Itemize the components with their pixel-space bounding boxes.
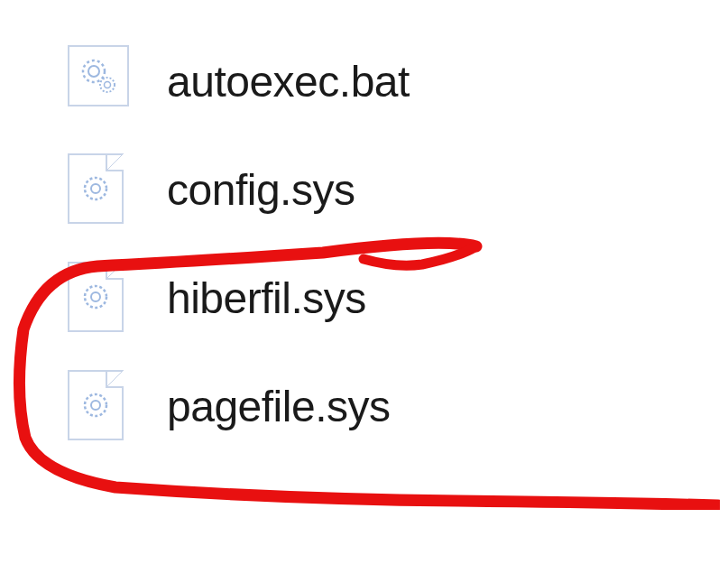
system-file-icon bbox=[68, 370, 131, 442]
svg-point-2 bbox=[100, 78, 115, 92]
svg-point-7 bbox=[91, 292, 100, 301]
svg-point-4 bbox=[85, 178, 106, 199]
file-name-label: config.sys bbox=[167, 165, 355, 215]
svg-point-5 bbox=[91, 184, 100, 193]
file-item[interactable]: autoexec.bat bbox=[68, 27, 728, 135]
svg-point-1 bbox=[88, 66, 99, 77]
file-item[interactable]: hiberfil.sys bbox=[68, 244, 728, 352]
file-name-label: autoexec.bat bbox=[167, 57, 410, 106]
system-file-icon bbox=[68, 153, 131, 226]
file-list: autoexec.bat config.sys hiberfil.sys bbox=[0, 0, 728, 460]
svg-point-3 bbox=[105, 82, 111, 88]
svg-point-6 bbox=[85, 286, 106, 308]
system-file-icon bbox=[68, 262, 131, 334]
file-item[interactable]: pagefile.sys bbox=[68, 352, 728, 460]
file-item[interactable]: config.sys bbox=[68, 135, 728, 244]
file-name-label: pagefile.sys bbox=[167, 382, 390, 431]
file-name-label: hiberfil.sys bbox=[167, 273, 366, 323]
svg-point-9 bbox=[91, 401, 100, 410]
svg-point-0 bbox=[83, 60, 105, 82]
settings-gear-icon bbox=[68, 45, 131, 117]
svg-point-8 bbox=[85, 394, 106, 416]
